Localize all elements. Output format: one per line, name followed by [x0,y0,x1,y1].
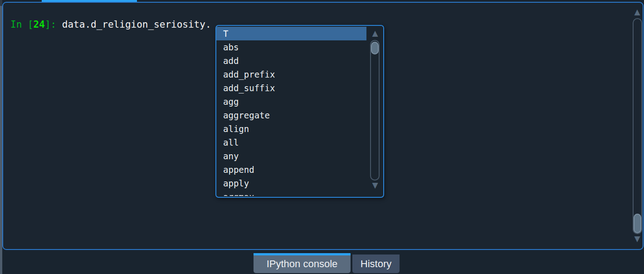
console-scroll-track[interactable] [633,18,642,234]
autocomplete-item[interactable]: add_suffix [216,81,366,95]
prompt-suffix: ]: [45,19,62,30]
autocomplete-item[interactable]: aggregate [216,108,366,122]
autocomplete-list: Tabsaddadd_prefixadd_suffixaggaggregatea… [216,27,366,196]
prompt-prefix: In [ [10,19,34,30]
tab-history-label: History [361,258,391,270]
console-code-text: data.d_religion_seriosity. [62,19,211,30]
console-scroll-down-icon[interactable]: ▼ [632,235,643,243]
console-input-line: In [24]: data.d_religion_seriosity. [10,19,211,30]
autocomplete-item[interactable]: argmax [216,190,366,196]
autocomplete-item[interactable]: abs [216,40,366,54]
autocomplete-item[interactable]: add_prefix [216,68,366,81]
autocomplete-item[interactable]: all [216,136,366,149]
autocomplete-scroll-down-icon[interactable]: ▼ [370,181,381,189]
autocomplete-scroll-up-icon[interactable]: ▲ [370,29,381,37]
autocomplete-item[interactable]: any [216,149,366,163]
autocomplete-item[interactable]: align [216,122,366,136]
autocomplete-scroll-thumb[interactable] [371,42,379,54]
tab-history[interactable]: History [352,254,400,273]
console-scroll-thumb[interactable] [634,214,641,233]
autocomplete-item[interactable]: apply [216,176,366,190]
active-tab-indicator [254,253,351,255]
autocomplete-popup: Tabsaddadd_prefixadd_suffixaggaggregatea… [215,25,384,198]
autocomplete-item[interactable]: T [216,27,366,40]
console-scroll-up-icon[interactable]: ▲ [632,8,643,16]
autocomplete-item[interactable]: append [216,163,366,176]
autocomplete-item[interactable]: agg [216,95,366,108]
autocomplete-scroll-track[interactable] [370,40,380,181]
autocomplete-item[interactable]: add [216,54,366,68]
tab-ipython-console[interactable]: IPython console [254,253,351,273]
spyder-console-screen: In [24]: data.d_religion_seriosity. ▲ ▼ … [0,0,644,274]
tab-ipython-console-label: IPython console [267,258,338,270]
prompt-number: 24 [34,19,45,30]
